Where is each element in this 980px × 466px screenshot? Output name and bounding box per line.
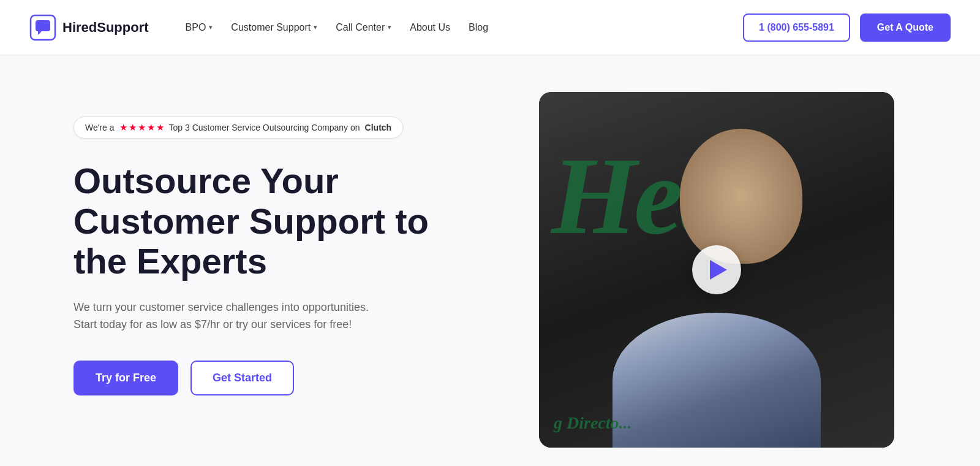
badge-brand: Clutch bbox=[365, 123, 392, 132]
nav-link-call-center[interactable]: Call Center ▾ bbox=[328, 17, 399, 38]
navbar: HiredSupport BPO ▾ Customer Support ▾ Ca… bbox=[0, 0, 980, 55]
star-4: ★ bbox=[147, 122, 155, 133]
hero-subtitle: We turn your customer service challenges… bbox=[74, 299, 392, 334]
star-2: ★ bbox=[129, 122, 137, 133]
logo-link[interactable]: HiredSupport bbox=[29, 14, 149, 41]
person-shirt bbox=[612, 313, 821, 448]
star-5: ★ bbox=[156, 122, 164, 133]
play-button[interactable] bbox=[692, 245, 741, 294]
nav-links: BPO ▾ Customer Support ▾ Call Center ▾ A… bbox=[178, 17, 496, 38]
hero-title: Outsource Your Customer Support to the E… bbox=[74, 161, 490, 281]
star-1: ★ bbox=[119, 122, 127, 133]
nav-link-blog[interactable]: Blog bbox=[461, 17, 496, 38]
play-icon bbox=[710, 260, 727, 280]
try-free-button[interactable]: Try for Free bbox=[74, 361, 178, 395]
nav-item-about[interactable]: About Us bbox=[402, 17, 458, 38]
nav-link-customer-support[interactable]: Customer Support ▾ bbox=[224, 17, 325, 38]
person-head bbox=[680, 129, 802, 264]
nav-link-bpo[interactable]: BPO ▾ bbox=[178, 17, 221, 38]
hero-video: Healt g Directo... bbox=[539, 92, 894, 448]
rating-badge: We're a ★ ★ ★ ★ ★ Top 3 Customer Service… bbox=[74, 116, 403, 139]
video-bottom-text: g Directo... bbox=[554, 413, 632, 433]
phone-button[interactable]: 1 (800) 655-5891 bbox=[743, 13, 850, 42]
badge-suffix: Top 3 Customer Service Outsourcing Compa… bbox=[169, 123, 360, 132]
navbar-left: HiredSupport BPO ▾ Customer Support ▾ Ca… bbox=[29, 14, 496, 41]
get-quote-button[interactable]: Get A Quote bbox=[860, 13, 951, 42]
chevron-icon: ▾ bbox=[314, 23, 317, 31]
nav-item-blog[interactable]: Blog bbox=[461, 17, 496, 38]
nav-link-about[interactable]: About Us bbox=[402, 17, 458, 38]
chevron-icon: ▾ bbox=[209, 23, 213, 31]
badge-prefix: We're a bbox=[85, 123, 115, 132]
star-3: ★ bbox=[138, 122, 146, 133]
brand-name: HiredSupport bbox=[62, 20, 149, 36]
star-rating: ★ ★ ★ ★ ★ bbox=[119, 122, 164, 133]
nav-item-bpo[interactable]: BPO ▾ bbox=[178, 17, 221, 38]
nav-item-customer-support[interactable]: Customer Support ▾ bbox=[224, 17, 325, 38]
logo-icon bbox=[29, 14, 56, 41]
hero-section: We're a ★ ★ ★ ★ ★ Top 3 Customer Service… bbox=[0, 55, 980, 466]
video-container[interactable]: Healt g Directo... bbox=[539, 92, 894, 448]
navbar-right: 1 (800) 655-5891 Get A Quote bbox=[743, 13, 951, 42]
chevron-icon: ▾ bbox=[388, 23, 391, 31]
get-started-button[interactable]: Get Started bbox=[190, 361, 294, 395]
nav-item-call-center[interactable]: Call Center ▾ bbox=[328, 17, 399, 38]
hero-content: We're a ★ ★ ★ ★ ★ Top 3 Customer Service… bbox=[74, 92, 490, 395]
hero-cta-buttons: Try for Free Get Started bbox=[74, 361, 490, 395]
